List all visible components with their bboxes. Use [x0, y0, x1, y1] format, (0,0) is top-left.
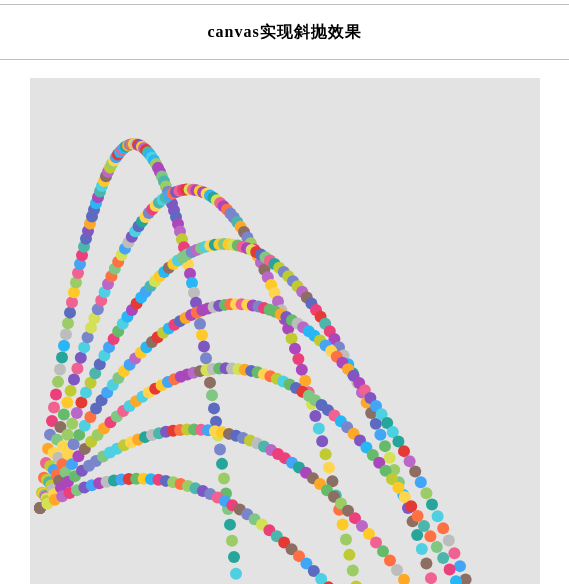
svg-point-354 [437, 522, 449, 534]
svg-point-423 [437, 552, 449, 564]
svg-point-191 [340, 534, 352, 546]
svg-point-78 [188, 287, 200, 299]
svg-point-8 [48, 402, 60, 414]
svg-point-422 [431, 541, 443, 553]
svg-point-16 [64, 307, 76, 319]
svg-point-424 [444, 563, 456, 575]
svg-point-357 [454, 560, 466, 572]
svg-point-350 [415, 476, 427, 488]
svg-point-353 [432, 510, 444, 522]
svg-point-12 [56, 351, 68, 363]
svg-point-280 [425, 572, 437, 584]
svg-point-183 [313, 422, 325, 434]
svg-point-108 [58, 409, 70, 421]
svg-point-202 [66, 418, 78, 430]
svg-point-176 [289, 343, 301, 355]
title-section: canvas实现斜抛效果 [0, 4, 569, 60]
page-title: canvas实现斜抛效果 [207, 22, 361, 43]
svg-point-203 [71, 407, 83, 419]
svg-point-112 [71, 362, 83, 374]
svg-point-98 [228, 551, 240, 563]
svg-point-178 [296, 364, 308, 376]
svg-point-421 [424, 530, 436, 542]
svg-point-184 [316, 435, 328, 447]
svg-point-88 [208, 402, 220, 414]
svg-point-351 [420, 487, 432, 499]
page-root: canvas实现斜抛效果 [0, 4, 569, 584]
svg-point-17 [66, 296, 78, 308]
svg-point-96 [224, 519, 236, 531]
svg-point-478 [391, 564, 403, 576]
svg-point-270 [379, 440, 391, 452]
svg-point-190 [337, 518, 349, 530]
svg-point-185 [320, 448, 332, 460]
svg-point-109 [61, 397, 73, 409]
svg-point-97 [226, 535, 238, 547]
svg-point-192 [343, 549, 355, 561]
svg-point-186 [323, 462, 335, 474]
svg-point-271 [384, 452, 396, 464]
svg-point-356 [448, 547, 460, 559]
svg-point-13 [58, 340, 70, 352]
canvas-stage [30, 78, 540, 584]
svg-point-10 [52, 376, 64, 388]
svg-point-9 [50, 389, 62, 401]
svg-point-352 [426, 499, 438, 511]
svg-point-419 [412, 510, 424, 522]
svg-point-93 [218, 473, 230, 485]
svg-point-87 [206, 389, 218, 401]
svg-point-348 [404, 455, 416, 467]
svg-point-349 [409, 465, 421, 477]
svg-point-177 [292, 353, 304, 365]
svg-point-355 [443, 534, 455, 546]
svg-point-15 [62, 317, 74, 329]
svg-point-82 [196, 329, 208, 341]
svg-point-99 [230, 568, 242, 580]
svg-point-279 [420, 557, 432, 569]
svg-point-110 [65, 385, 77, 397]
projectile-canvas [30, 78, 540, 584]
svg-point-92 [216, 458, 228, 470]
svg-point-113 [75, 352, 87, 364]
svg-point-182 [309, 410, 321, 422]
svg-point-11 [54, 364, 66, 376]
svg-point-86 [204, 377, 216, 389]
svg-point-420 [418, 520, 430, 532]
svg-point-81 [194, 318, 206, 330]
svg-point-91 [214, 444, 226, 456]
svg-point-278 [416, 543, 428, 555]
svg-point-111 [68, 374, 80, 386]
svg-point-193 [347, 565, 359, 577]
svg-point-84 [200, 352, 212, 364]
svg-point-14 [60, 328, 72, 340]
svg-point-269 [374, 429, 386, 441]
svg-point-83 [198, 340, 210, 352]
